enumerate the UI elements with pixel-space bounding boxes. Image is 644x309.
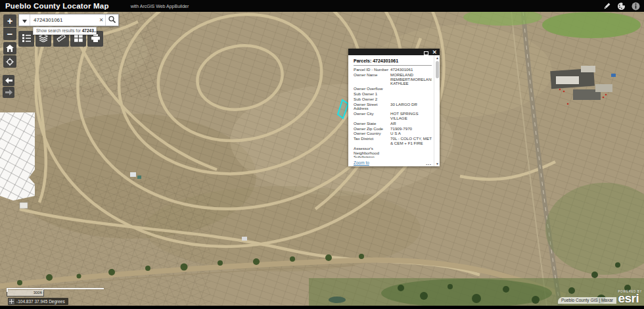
- aerial-imagery: [0, 12, 644, 306]
- field-label: Owner Country: [354, 131, 390, 136]
- home-icon: [6, 45, 14, 52]
- palette-icon[interactable]: [617, 2, 626, 11]
- previous-extent-button[interactable]: [3, 75, 14, 86]
- plus-icon: +: [7, 16, 12, 26]
- legend-button[interactable]: [18, 31, 34, 47]
- locate-icon: [6, 58, 14, 66]
- field-value: 70L - COLO CTY, MET & CEM + F1 FIRE: [390, 137, 432, 146]
- zoom-in-button[interactable]: +: [3, 14, 16, 27]
- esri-wordmark: esri: [618, 293, 642, 304]
- popup-footer: Zoom to ...: [354, 160, 432, 165]
- popup-field-row: Sub Owner 1: [354, 92, 432, 97]
- popup-field-row: Tax District70L - COLO CTY, MET & CEM + …: [354, 137, 432, 146]
- zoom-to-link[interactable]: Zoom to: [354, 160, 369, 165]
- popup-field-row: Parcel ID - Number4724301061: [354, 68, 432, 72]
- arrow-right-icon: [5, 89, 12, 95]
- arrow-left-icon: [5, 78, 12, 83]
- popup-titlebar[interactable]: ×: [348, 49, 440, 55]
- field-label: Owner State: [354, 122, 390, 126]
- popup-title: Parcels: 4724301061: [354, 59, 432, 66]
- pencil-icon[interactable]: [603, 2, 611, 11]
- basemap-icon: [74, 34, 83, 44]
- app-header: Pueblo County Locator Map with ArcGIS We…: [0, 0, 644, 12]
- popup-field-row: Owner CityHOT SPRINGS VILLAGE: [354, 112, 432, 121]
- field-label: Owner City: [354, 112, 390, 121]
- map-attribution: Pueblo County GIS | Maxar: [558, 297, 616, 304]
- search-suggestion[interactable]: Show search results for 47243...: [33, 27, 97, 35]
- app-window: Pueblo County Locator Map with ArcGIS We…: [0, 0, 644, 309]
- field-value: 4724301061: [390, 68, 432, 72]
- zoom-out-button[interactable]: −: [3, 28, 16, 40]
- search-icon: [108, 15, 116, 25]
- chevron-down-icon: [22, 15, 27, 25]
- layers-icon: [39, 34, 48, 44]
- clear-search-button[interactable]: ✕: [97, 14, 105, 26]
- field-label: Owner Street Address: [354, 103, 390, 112]
- header-actions: [603, 0, 640, 12]
- field-value: 71909-7970: [390, 127, 432, 131]
- popup-body: Parcels: 4724301061 Parcel ID - Number47…: [348, 55, 440, 166]
- printer-icon: [91, 34, 100, 44]
- field-value: 30 LARGO DR: [390, 103, 432, 112]
- popup-field-row: Assessor's Neighborhood Subdivision: [354, 147, 432, 158]
- field-label: Tax District: [354, 137, 390, 146]
- field-label: Sub Owner 1: [354, 92, 390, 97]
- scroll-thumb[interactable]: [436, 61, 439, 78]
- popup-field-row: Owner StateAR: [354, 122, 432, 126]
- popup-scrollbar[interactable]: ▲ ▼: [434, 55, 440, 166]
- popup-close-button[interactable]: ×: [432, 49, 437, 55]
- search-input[interactable]: [30, 14, 97, 26]
- field-value: [390, 97, 432, 102]
- field-value: [390, 92, 432, 97]
- coordinates-text: -104.837 37.945 Degrees: [16, 299, 65, 304]
- next-extent-button[interactable]: [3, 87, 14, 98]
- scroll-down-icon[interactable]: ▼: [435, 162, 440, 166]
- scroll-up-icon[interactable]: ▲: [435, 56, 440, 60]
- app-builder-subtitle: with ArcGIS Web AppBuilder: [131, 4, 189, 9]
- popup-content: Parcels: 4724301061 Parcel ID - Number47…: [354, 59, 432, 158]
- field-label: Owner Zip Code: [354, 127, 390, 131]
- home-button[interactable]: [3, 42, 16, 55]
- popup-field-row: Owner Street Address30 LARGO DR: [354, 103, 432, 112]
- powered-by-label: POWERED BY: [618, 290, 642, 293]
- field-label: Parcel ID - Number: [354, 68, 390, 72]
- crosshair-icon[interactable]: [9, 298, 14, 304]
- suggestion-prefix: Show search results for: [36, 28, 82, 33]
- scalebar-line: [7, 288, 104, 289]
- field-value: [390, 147, 432, 158]
- search-source-dropdown[interactable]: [19, 14, 30, 26]
- popup-field-row: Owner NameMORELAND REMBERT/MORELAND KATH…: [354, 73, 432, 86]
- more-actions-button[interactable]: ...: [426, 162, 432, 165]
- field-value: MORELAND REMBERT/MORELAND KATHLEE: [390, 73, 432, 86]
- scalebar-label: 300ft: [7, 290, 44, 297]
- field-label: Assessor's Neighborhood Subdivision: [354, 147, 390, 158]
- field-value: AR: [390, 122, 432, 126]
- locate-button[interactable]: [3, 55, 16, 68]
- field-value: HOT SPRINGS VILLAGE: [390, 112, 432, 121]
- search-bar: ✕: [18, 14, 119, 26]
- info-icon[interactable]: [632, 2, 640, 11]
- field-value: [390, 87, 432, 91]
- field-value: U S A: [390, 131, 432, 136]
- close-icon: ✕: [99, 17, 104, 23]
- ruler-icon: [57, 34, 66, 44]
- legend-icon: [22, 34, 31, 44]
- search-button[interactable]: [105, 14, 118, 26]
- field-label: Owner Name: [354, 73, 390, 86]
- suggestion-term: 47243...: [82, 28, 98, 33]
- map-canvas[interactable]: + − ✕ Show search results for 47243...: [0, 12, 644, 306]
- popup-field-row: Owner Overflow: [354, 87, 432, 91]
- bottom-strip: [0, 306, 644, 309]
- popup-field-row: Owner Zip Code71909-7970: [354, 127, 432, 131]
- scalebar: 300ft: [7, 288, 104, 297]
- field-label: Owner Overflow: [354, 87, 390, 91]
- feature-popup: × Parcels: 4724301061 Parcel ID - Number…: [348, 49, 440, 166]
- field-label: Sub Owner 2: [354, 97, 390, 102]
- page-title: Pueblo County Locator Map: [5, 2, 109, 10]
- close-icon: ×: [432, 49, 437, 55]
- plat-overlay: [0, 112, 35, 201]
- coordinates-widget: -104.837 37.945 Degrees: [8, 298, 68, 305]
- popup-field-row: Owner CountryU S A: [354, 131, 432, 136]
- minus-icon: −: [7, 28, 13, 39]
- popup-field-row: Sub Owner 2: [354, 97, 432, 102]
